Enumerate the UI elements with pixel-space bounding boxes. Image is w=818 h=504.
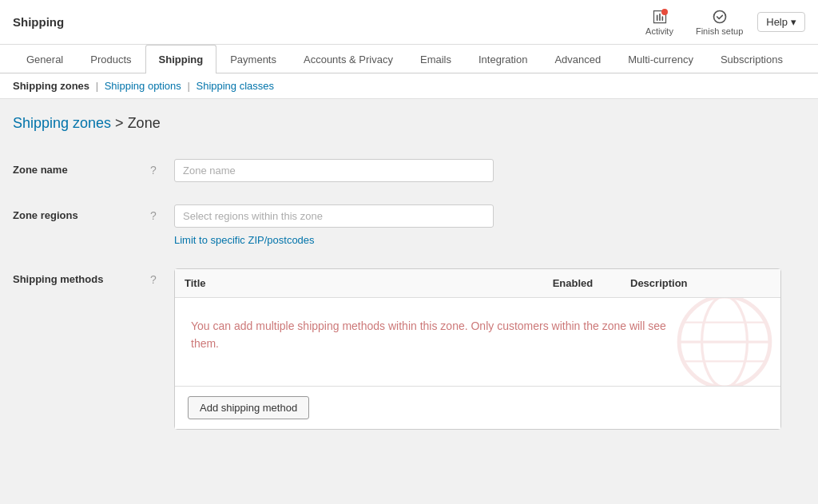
zone-name-input[interactable] bbox=[174, 159, 494, 182]
sub-nav-shipping-classes[interactable]: Shipping classes bbox=[196, 80, 274, 92]
svg-point-0 bbox=[713, 10, 725, 22]
finish-setup-icon bbox=[712, 9, 728, 25]
sub-nav: Shipping zones | Shipping options | Ship… bbox=[0, 73, 818, 99]
app-title: Shipping bbox=[13, 15, 64, 29]
tab-payments[interactable]: Payments bbox=[216, 45, 290, 73]
zone-name-help: ? bbox=[150, 159, 165, 177]
col-enabled: Enabled bbox=[525, 269, 621, 297]
save-bar: Save changes bbox=[0, 498, 818, 504]
col-title: Title bbox=[175, 269, 525, 297]
tab-emails[interactable]: Emails bbox=[407, 45, 465, 73]
tab-products[interactable]: Products bbox=[77, 45, 145, 73]
help-button[interactable]: Help ▾ bbox=[757, 12, 805, 32]
tab-integration[interactable]: Integration bbox=[465, 45, 541, 73]
zone-regions-label: Zone regions bbox=[13, 204, 141, 221]
tab-multi-currency[interactable]: Multi-currency bbox=[614, 45, 707, 73]
chevron-down-icon: ▾ bbox=[791, 16, 796, 28]
zone-regions-input[interactable] bbox=[174, 204, 494, 228]
breadcrumb: Shipping zones > Zone bbox=[13, 115, 805, 132]
methods-table-header: Title Enabled Description bbox=[175, 269, 780, 298]
sub-nav-active: Shipping zones bbox=[13, 80, 89, 92]
badge-dot bbox=[661, 9, 668, 15]
zip-postcodes-link[interactable]: Limit to specific ZIP/postcodes bbox=[174, 234, 315, 246]
zone-regions-help: ? bbox=[150, 204, 165, 222]
activity-label: Activity bbox=[645, 26, 673, 36]
zone-name-row: Zone name ? bbox=[13, 148, 805, 193]
tab-shipping[interactable]: Shipping bbox=[145, 45, 217, 73]
activity-button[interactable]: Activity bbox=[637, 6, 681, 39]
tab-advanced[interactable]: Advanced bbox=[541, 45, 614, 73]
add-shipping-method-button[interactable]: Add shipping method bbox=[188, 396, 309, 419]
methods-container: Title Enabled Description You can add mu… bbox=[174, 268, 781, 430]
breadcrumb-separator: > bbox=[115, 115, 128, 131]
zone-name-field bbox=[174, 159, 805, 182]
tabs-bar: General Products Shipping Payments Accou… bbox=[0, 45, 818, 73]
zone-regions-row: Zone regions ? Limit to specific ZIP/pos… bbox=[13, 193, 805, 257]
tab-subscriptions[interactable]: Subscriptions bbox=[707, 45, 796, 73]
finish-setup-button[interactable]: Finish setup bbox=[688, 6, 751, 39]
activity-badge bbox=[652, 9, 668, 25]
main-content: Shipping zones > Zone Zone name ? Zone r… bbox=[0, 99, 818, 498]
methods-footer: Add shipping method bbox=[175, 386, 780, 429]
shipping-methods-help: ? bbox=[150, 268, 165, 286]
col-description: Description bbox=[621, 269, 780, 297]
finish-setup-label: Finish setup bbox=[696, 26, 743, 36]
shipping-methods-field: Title Enabled Description You can add mu… bbox=[174, 268, 805, 430]
zone-name-label: Zone name bbox=[13, 159, 141, 176]
header-left: Shipping bbox=[13, 15, 64, 29]
help-label: Help bbox=[766, 16, 788, 28]
top-header: Shipping Activity Finish setup Help ▾ bbox=[0, 0, 818, 45]
methods-empty: You can add multiple shipping methods wi… bbox=[175, 298, 780, 386]
sub-nav-shipping-options[interactable]: Shipping options bbox=[105, 80, 181, 92]
breadcrumb-link[interactable]: Shipping zones bbox=[13, 115, 111, 131]
zone-regions-field: Limit to specific ZIP/postcodes bbox=[174, 204, 805, 246]
breadcrumb-current: Zone bbox=[128, 115, 161, 131]
shipping-methods-row: Shipping methods ? Title Enabled Descrip… bbox=[13, 257, 805, 441]
shipping-methods-label: Shipping methods bbox=[13, 268, 141, 285]
tab-accounts-privacy[interactable]: Accounts & Privacy bbox=[290, 45, 407, 73]
methods-empty-text: You can add multiple shipping methods wi… bbox=[191, 317, 678, 353]
header-right: Activity Finish setup Help ▾ bbox=[637, 6, 805, 39]
tab-general[interactable]: General bbox=[13, 45, 77, 73]
